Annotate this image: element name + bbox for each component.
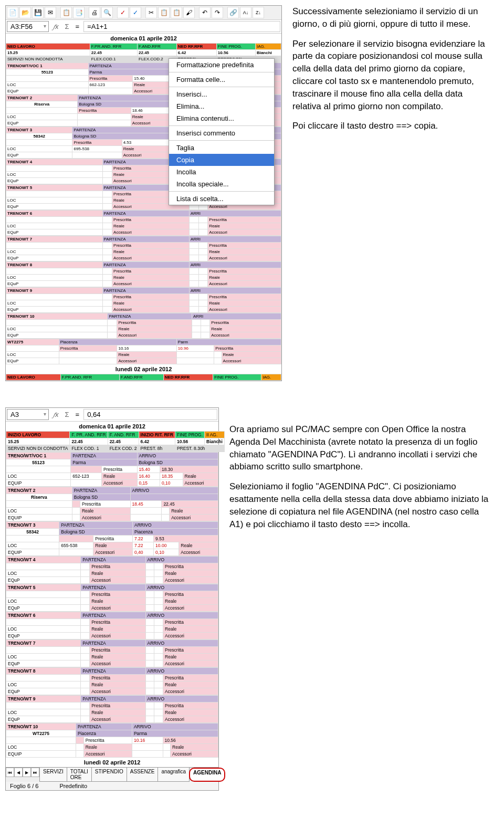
cell[interactable] <box>163 744 171 751</box>
cell[interactable] <box>145 598 154 605</box>
cell[interactable]: Prescritta <box>90 563 145 570</box>
cell[interactable]: LOC <box>6 709 81 716</box>
equals-icon[interactable]: = <box>74 411 82 418</box>
cell[interactable]: 22.45 <box>108 438 139 445</box>
cell[interactable] <box>214 358 222 364</box>
cell[interactable] <box>108 326 117 332</box>
cell[interactable]: Reale <box>93 542 133 549</box>
toolbar-btn[interactable]: ✉ <box>45 7 56 18</box>
cell[interactable] <box>154 626 163 633</box>
cell[interactable]: Parma <box>132 730 218 737</box>
cell[interactable]: 58342 <box>6 133 72 140</box>
cell[interactable] <box>201 326 210 332</box>
cell[interactable] <box>198 249 208 255</box>
cell[interactable]: Accessori <box>163 577 218 584</box>
cell[interactable] <box>102 197 112 204</box>
cell[interactable]: PREST. 8.30h <box>175 445 224 452</box>
cell[interactable]: EQuP <box>6 229 103 236</box>
toolbar-btn[interactable]: 📑 <box>73 7 85 18</box>
tab-stipendio[interactable]: STIPENDIO <box>91 768 127 782</box>
cell[interactable] <box>192 332 201 339</box>
spreadsheet[interactable]: domenica 01 aprile 2012 INIZIO LAVORO F.… <box>6 422 218 767</box>
cell[interactable] <box>6 536 59 542</box>
cell[interactable]: Reale <box>112 223 190 229</box>
cell[interactable] <box>108 320 117 326</box>
cell[interactable]: 22.45 <box>70 438 108 445</box>
cell[interactable] <box>145 681 154 688</box>
cell[interactable] <box>102 172 112 178</box>
cell[interactable] <box>162 508 170 515</box>
cell[interactable]: 58342 <box>6 529 59 536</box>
cell[interactable] <box>6 591 81 598</box>
tab-nav-first[interactable]: ⏮ <box>6 768 14 777</box>
sigma-icon[interactable]: Σ <box>63 411 71 418</box>
cell[interactable] <box>145 563 154 570</box>
cell[interactable]: LOC <box>6 146 72 152</box>
cell[interactable]: 22.45 <box>162 501 218 508</box>
cell[interactable] <box>76 737 84 744</box>
cell[interactable]: Reale <box>102 473 137 480</box>
cell[interactable] <box>176 352 214 358</box>
cell[interactable]: LOC <box>6 300 103 307</box>
cell[interactable] <box>102 165 112 172</box>
cell[interactable]: Prescritta <box>117 320 192 326</box>
cell[interactable] <box>145 591 154 598</box>
cell[interactable] <box>198 294 208 300</box>
cell[interactable] <box>189 268 198 275</box>
cell[interactable]: Reale <box>90 598 145 605</box>
ctx-paste-special[interactable]: Incolla speciale... <box>169 178 274 190</box>
cell[interactable]: Accessori <box>117 332 192 339</box>
cell[interactable] <box>6 165 103 172</box>
cell[interactable]: Reale <box>117 326 192 332</box>
cell[interactable]: Bologna SD <box>59 529 133 536</box>
cell[interactable] <box>81 688 90 695</box>
cell[interactable]: Accessori <box>90 716 145 723</box>
cell[interactable]: 9.53 <box>154 536 218 542</box>
cell[interactable] <box>176 358 214 364</box>
cell[interactable]: Riserva <box>6 101 78 108</box>
cell[interactable]: Prescritta <box>112 217 190 223</box>
formula-input[interactable]: =A1+1 <box>83 21 280 32</box>
cell[interactable] <box>192 326 201 332</box>
cell[interactable]: Piacenza <box>76 730 132 737</box>
cell[interactable] <box>102 294 112 300</box>
cell[interactable]: 15.40 <box>137 466 160 473</box>
cell[interactable] <box>6 702 81 709</box>
cell[interactable] <box>154 563 163 570</box>
cell[interactable]: 10.56 <box>163 737 218 744</box>
cell[interactable] <box>102 204 112 210</box>
cell[interactable] <box>189 294 198 300</box>
cell[interactable] <box>6 619 81 626</box>
ctx-insert[interactable]: Inserisci... <box>169 88 274 100</box>
cell[interactable] <box>154 591 163 598</box>
cell[interactable]: 4.53 <box>122 140 172 146</box>
cell[interactable] <box>81 660 90 667</box>
cell[interactable] <box>145 709 154 716</box>
cell[interactable]: Prescritta <box>163 563 218 570</box>
toolbar-btn[interactable]: 🖨 <box>89 7 100 18</box>
cell[interactable] <box>145 654 154 660</box>
cell[interactable] <box>189 249 198 255</box>
cell[interactable] <box>154 675 163 681</box>
cell[interactable]: Reale <box>112 275 190 281</box>
cell[interactable]: Reale <box>80 508 130 515</box>
cell[interactable]: FLEX COD. 2 <box>108 445 139 452</box>
cell[interactable]: EQuP <box>6 178 103 184</box>
cell[interactable]: Accessori <box>112 281 190 287</box>
cell[interactable]: Reale <box>163 626 218 633</box>
cell[interactable]: Reale <box>222 352 281 358</box>
cell[interactable]: Accessori <box>90 577 145 584</box>
tab-nav-last[interactable]: ⏭ <box>31 768 39 777</box>
cell[interactable] <box>6 243 103 249</box>
cell[interactable] <box>198 243 208 249</box>
cell[interactable] <box>102 191 112 197</box>
cell[interactable]: LOC <box>6 326 108 332</box>
cell[interactable]: 652-123 <box>71 473 102 480</box>
cell[interactable]: 0,15 <box>137 480 160 487</box>
cell[interactable] <box>102 223 112 229</box>
cell[interactable]: EQUIP <box>6 751 76 758</box>
cell[interactable]: EQuP <box>6 307 103 313</box>
cell[interactable]: Reale <box>122 146 172 152</box>
cell[interactable] <box>72 515 80 521</box>
cell[interactable]: 6.42 <box>176 50 216 56</box>
